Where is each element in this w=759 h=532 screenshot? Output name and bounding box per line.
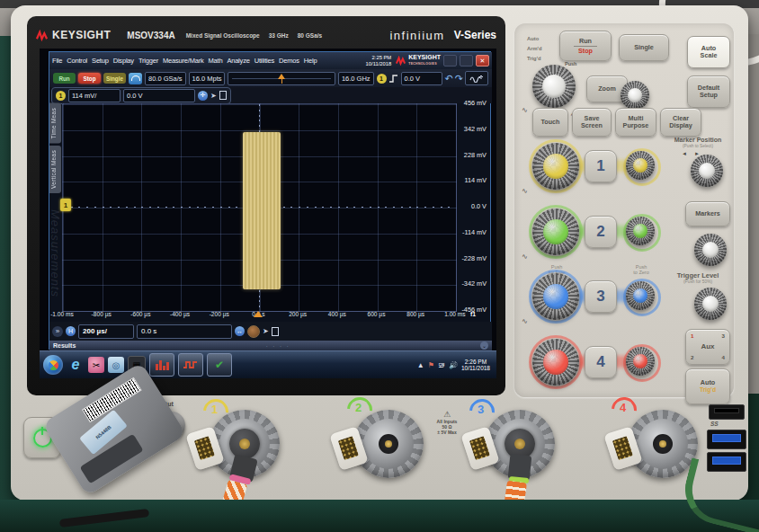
trigger-level-knob[interactable]: [694, 288, 727, 320]
channel1-button[interactable]: 1: [585, 150, 617, 182]
menu-item[interactable]: Help: [304, 57, 317, 65]
menu-item[interactable]: Measure/Mark: [163, 57, 204, 65]
channel1-scale-field[interactable]: 114 mV/: [68, 89, 121, 102]
action-center-flag-icon[interactable]: ⚑: [428, 361, 434, 369]
analyzer-app-icon[interactable]: [149, 353, 174, 377]
sample-rate-field[interactable]: 80.0 GSa/s: [145, 72, 186, 85]
menu-item[interactable]: Demos: [279, 57, 299, 65]
pan-icon[interactable]: ↔: [235, 326, 245, 336]
channel2-offset-knob[interactable]: [626, 217, 655, 245]
side-tab[interactable]: Time Meas: [49, 103, 61, 144]
marker1-knob[interactable]: [691, 155, 723, 187]
menu-item[interactable]: Display: [113, 57, 134, 65]
maximize-button[interactable]: [460, 55, 473, 66]
channel1-offset-knob[interactable]: [626, 151, 655, 180]
volume-icon[interactable]: 🔊: [449, 361, 458, 369]
tray-expander-icon[interactable]: ▲: [417, 361, 424, 369]
menu-item[interactable]: Setup: [92, 57, 109, 65]
channel4-button[interactable]: 4: [585, 346, 617, 378]
multi-purpose-button[interactable]: Multi Purpose: [615, 108, 656, 137]
checkmark-app-icon[interactable]: ✔: [207, 353, 232, 377]
run-label: Run: [579, 38, 592, 45]
waveform-tool-icon[interactable]: [465, 71, 488, 85]
voltage-tick-label: 228 mV: [464, 152, 487, 159]
channel1-scale-knob[interactable]: [532, 143, 579, 190]
channel4-scale-knob[interactable]: [532, 339, 579, 386]
aux-button[interactable]: 1 3 2 4 Aux: [685, 329, 730, 365]
system-tray: ▲ ⚑ 🖳 🔊 2:26 PM 10/11/2018: [417, 359, 493, 372]
redo-icon[interactable]: ↷: [455, 73, 462, 84]
waveform-app-icon[interactable]: [178, 353, 203, 377]
channel1-setup-group: 1 114 mV/ 0.0 V ✛ ➤: [51, 87, 231, 104]
single-button[interactable]: Single: [103, 73, 126, 84]
stop-button[interactable]: Stop: [78, 73, 101, 84]
window-icon[interactable]: [272, 327, 279, 336]
results-bar[interactable]: Results · · · · ⌄: [49, 341, 492, 350]
display-tray-icon[interactable]: 🖳: [438, 361, 445, 369]
save-screen-button[interactable]: Save Screen: [572, 108, 612, 137]
touch-button[interactable]: Touch: [532, 108, 568, 137]
menu-item[interactable]: Analyze: [227, 57, 249, 65]
horizontal-position-knob[interactable]: [621, 81, 649, 110]
acquisition-position-bar[interactable]: [228, 72, 335, 85]
usb-ss-label: SS: [710, 421, 719, 427]
menu-item[interactable]: Trigger: [138, 57, 158, 65]
channel3-scale-knob[interactable]: [532, 273, 579, 320]
menu-item[interactable]: Control: [67, 57, 87, 65]
markers-button[interactable]: Markers: [685, 201, 730, 226]
marker2-knob[interactable]: [694, 234, 727, 266]
documents-app-icon[interactable]: ◎: [108, 357, 124, 373]
position-field[interactable]: 0.0 s: [137, 324, 232, 339]
touch-toggle-icon[interactable]: [129, 73, 142, 84]
bandwidth-field[interactable]: 16.0 GHz: [338, 72, 374, 85]
channel4-offset-knob[interactable]: [626, 347, 655, 376]
timebase-field[interactable]: 200 µs/: [78, 324, 134, 339]
trigger-level-field[interactable]: 0.0 V: [401, 72, 442, 85]
channel3-input-badge: 3: [469, 399, 493, 422]
graticule[interactable]: 1: [62, 103, 457, 312]
clear-display-button[interactable]: Clear Display: [660, 108, 701, 137]
taskbar-clock[interactable]: 2:26 PM 10/11/2018: [461, 359, 493, 372]
single-button[interactable]: Single: [619, 34, 669, 61]
minimize-button[interactable]: [443, 55, 457, 66]
undo-icon[interactable]: ↶: [445, 73, 452, 84]
menu-item[interactable]: File: [52, 57, 62, 65]
voltage-tick-label: -114 mV: [462, 229, 487, 236]
default-setup-button[interactable]: Default Setup: [687, 75, 730, 108]
horizontal-badge[interactable]: H: [66, 326, 76, 336]
run-button[interactable]: Run: [53, 73, 76, 84]
menu-item[interactable]: Math: [209, 57, 223, 65]
channel1-offset-marker[interactable]: 1: [60, 199, 71, 211]
auto-trig-button[interactable]: Auto Trig'd: [685, 368, 730, 404]
taskbar-time: 2:26 PM: [461, 359, 490, 366]
dial-icon[interactable]: [247, 325, 260, 338]
channel3-offset-knob[interactable]: [626, 281, 655, 310]
led-label: Auto: [527, 34, 542, 44]
channel-adjust-icon[interactable]: ✛: [198, 91, 208, 101]
voltage-tick-label: 114 mV: [464, 177, 487, 184]
memory-depth-field[interactable]: 16.0 Mpts: [189, 72, 226, 85]
channel2-scale-knob[interactable]: [532, 208, 579, 255]
window-icon[interactable]: [219, 91, 227, 100]
expand-icon[interactable]: ➤: [210, 92, 217, 100]
led-label: Trig'd: [527, 54, 542, 64]
media-app-icon[interactable]: ✂: [88, 357, 104, 373]
expander-icon[interactable]: »: [52, 326, 63, 337]
model-descriptor: Mixed Signal Oscilloscope: [186, 32, 260, 39]
run-stop-button[interactable]: Run Stop: [559, 31, 612, 61]
auto-scale-button[interactable]: Auto Scale: [687, 36, 730, 68]
collapse-chevron-icon[interactable]: ⌄: [480, 341, 488, 350]
internet-explorer-icon[interactable]: e: [67, 357, 85, 373]
expand-icon[interactable]: ➤: [263, 327, 269, 335]
channel1-offset-field[interactable]: 0.0 V: [123, 89, 195, 102]
menu-item[interactable]: Utilities: [254, 57, 274, 65]
horizontal-scale-knob[interactable]: [532, 65, 576, 108]
channel1-badge[interactable]: 1: [56, 91, 66, 101]
trigger-position-marker[interactable]: [254, 311, 263, 317]
channel2-button[interactable]: 2: [585, 216, 617, 248]
trigger-source-badge[interactable]: 1: [377, 74, 387, 84]
side-tab[interactable]: Vertical Meas: [49, 146, 61, 193]
close-button[interactable]: ✕: [476, 55, 489, 66]
channel3-button[interactable]: 3: [585, 280, 617, 313]
start-button[interactable]: [43, 355, 63, 375]
